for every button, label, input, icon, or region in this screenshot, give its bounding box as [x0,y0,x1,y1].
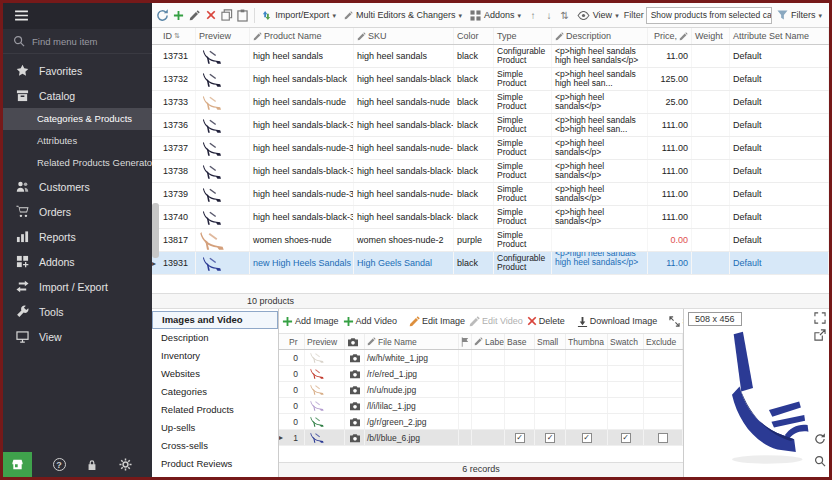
cell-price: 25.00 [648,91,692,113]
column-header-price[interactable]: Price, [648,28,692,44]
sidebar-item-reports[interactable]: Reports [3,224,152,249]
sidebar-item-customers[interactable]: Customers [3,174,152,199]
tab-cross-sells[interactable]: Cross-sells [152,437,278,455]
column-header-desc[interactable]: Description [552,28,648,44]
column-header-small[interactable]: Small [535,334,566,349]
checkbox-base[interactable]: ✓ [515,433,525,443]
product-row-13931[interactable]: ▸13931new High Heels SandalsHigh Geels S… [152,252,829,275]
column-header-file[interactable]: File Name [365,334,459,349]
product-row-13733[interactable]: 13733high heel sandals-nudehigh heel san… [152,91,829,114]
view-menu[interactable]: View ▾ [574,8,622,22]
set-resize-rule-button[interactable]: Set Resize Rule [669,316,683,327]
column-header-exclude[interactable]: Exclude [644,334,683,349]
image-row-n-u-nude-jpg[interactable]: 0/n/u/nude.jpg [279,382,683,398]
add-image-button[interactable]: Add Image [282,316,339,327]
delete-product-button[interactable] [204,7,218,24]
sidebar-item-orders[interactable]: Orders [3,199,152,224]
image-row-r-e-red-1-jpg[interactable]: 0/r/e/red_1.jpg [279,366,683,382]
column-header-cam[interactable] [345,334,365,349]
cell-label [472,430,505,445]
checkbox-small[interactable]: ✓ [545,433,555,443]
fullscreen-icon[interactable] [814,312,826,324]
image-row-g-r-green-2-jpg[interactable]: 0/g/r/green_2.jpg [279,414,683,430]
sidebar-item-catalog[interactable]: Catalog [3,83,152,108]
cell-pos: 0 [287,414,305,429]
delete-image-button[interactable]: Delete [527,316,565,326]
import-export-menu[interactable]: Import/Export ▾ [258,8,339,23]
sidebar-item-favorites[interactable]: Favorites [3,58,152,83]
lock-button[interactable] [86,459,98,471]
edit-image-button[interactable]: Edit Image [409,316,465,327]
column-header-flag[interactable] [459,334,472,349]
column-header-sku[interactable]: SKU [354,28,454,44]
column-header-name[interactable]: Product Name [250,28,354,44]
help-button[interactable]: ? [53,458,66,471]
checkbox-thumbnail[interactable]: ✓ [582,433,592,443]
edit-product-button[interactable] [188,7,202,24]
sidebar-item-related-products-generator[interactable]: Related Products Generator [3,152,152,174]
product-row-13737[interactable]: 13737high heel sandals-nude-36high heel … [152,137,829,160]
column-header-label[interactable]: Label [472,334,505,349]
store-button[interactable] [3,452,32,477]
product-row-13732[interactable]: 13732high heel sandals-blackhigh heel sa… [152,68,829,91]
tab-related-products[interactable]: Related Products [152,401,278,419]
product-row-13736[interactable]: 13736high heel sandals-black-36high heel… [152,114,829,137]
product-row-13817[interactable]: 13817women shoes-nudewomen shoes-nude-2p… [152,229,829,252]
tab-up-sells[interactable]: Up-sells [152,419,278,437]
add-video-button[interactable]: Add Video [343,316,397,327]
filter-mode-select[interactable]: Show products from selected categories ▾ [646,7,772,24]
refresh-button[interactable] [156,7,170,24]
tab-images-and-video[interactable]: Images and Video [152,311,278,329]
column-header-pos[interactable]: Pr [287,334,305,349]
product-row-13740[interactable]: 13740high heel sandals-black-38high heel… [152,206,829,229]
menu-search-input[interactable]: Find menu item [3,29,152,54]
sidebar-item-categories-products[interactable]: Categories & Products [3,108,152,130]
column-header-swatch[interactable]: Swatch [608,334,644,349]
checkbox-exclude[interactable] [658,433,668,443]
product-row-13738[interactable]: 13738high heel sandals-black-37high heel… [152,160,829,183]
edit-pencil-icon [555,32,564,41]
menu-toggle-button[interactable] [13,8,30,25]
column-header-thumbnail[interactable]: Thumbna [566,334,608,349]
filters-menu[interactable]: Filters ▾ [774,8,825,22]
column-header-thumb[interactable]: Preview [196,28,250,44]
add-product-button[interactable] [172,7,186,24]
product-row-13731[interactable]: 13731high heel sandalshigh heel sandalsb… [152,45,829,68]
column-header-thumb[interactable]: Preview [305,334,345,349]
column-header-weight[interactable]: Weight [692,28,730,44]
sidebar-item-import-export[interactable]: Import / Export [3,274,152,299]
tab-description[interactable]: Description [152,329,278,347]
addons-menu[interactable]: Addons ▾ [467,8,524,23]
column-header-id[interactable]: ID⇅ [160,28,196,44]
tab-categories[interactable]: Categories [152,383,278,401]
multi-editors-menu[interactable]: Multi Editors & Changers ▾ [341,8,465,22]
sidebar-item-view[interactable]: View [3,324,152,349]
tab-websites[interactable]: Websites [152,365,278,383]
sidebar-item-tools[interactable]: Tools [3,299,152,324]
sidebar-item-attributes[interactable]: Attributes [3,130,152,152]
image-row-l-i-lilac-1-jpg[interactable]: 0/l/i/lilac_1.jpg [279,398,683,414]
tab-product-reviews[interactable]: Product Reviews [152,455,278,473]
sort-reset-button[interactable]: ⇅ [558,7,572,24]
paste-button[interactable] [236,7,250,24]
product-row-13739[interactable]: 13739high heel sandals-nude-37high heel … [152,183,829,206]
vertical-scrollbar[interactable] [152,203,159,258]
zoom-icon[interactable] [814,455,826,467]
column-header-base[interactable]: Base [505,334,535,349]
column-header-color[interactable]: Color [454,28,494,44]
copy-button[interactable] [220,7,234,24]
checkbox-swatch[interactable]: ✓ [621,433,631,443]
rotate-icon[interactable] [814,433,826,445]
edit-video-button[interactable]: Edit Video [469,316,523,327]
image-row-w-h-white-1-jpg[interactable]: 0/w/h/white_1.jpg [279,350,683,366]
sort-descending-button[interactable]: ↓ [542,7,556,24]
sort-ascending-button[interactable]: ↑ [526,7,540,24]
sidebar-item-addons[interactable]: Addons [3,249,152,274]
column-header-attr[interactable]: Attribute Set Name [730,28,829,44]
download-image-button[interactable]: Download Image [577,316,658,327]
column-header-type[interactable]: Type [494,28,552,44]
settings-button[interactable] [119,458,132,471]
image-size-field[interactable]: 508 x 456 [688,312,742,326]
tab-inventory[interactable]: Inventory [152,347,278,365]
image-row-b-l-blue-6-jpg[interactable]: ▸1/b/l/blue_6.jpg✓✓✓✓ [279,430,683,446]
